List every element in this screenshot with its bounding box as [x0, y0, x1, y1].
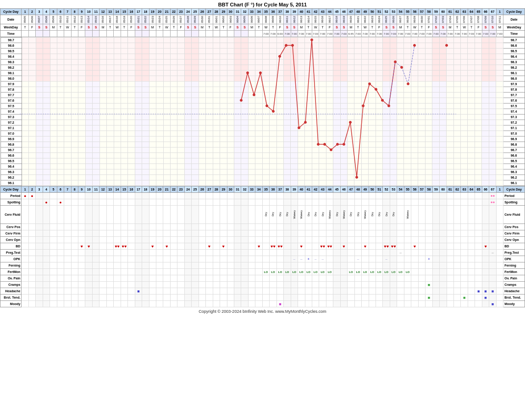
data-row-moody: Moody■■Moody [0, 301, 525, 307]
chart-container: BBT Chart (F °) for Cycle May 5, 2011 Cy… [0, 0, 525, 316]
temp-row: 96.996.9 [0, 136, 525, 142]
data-row-cerv-firm: Cerv FirmCerv Firm [0, 230, 525, 237]
data-row-preg.test: Preg.Test––Preg.Test [0, 250, 525, 256]
data-row-opk: OPK––+––––+OPK [0, 256, 525, 262]
data-row-period: Period●●●●Period [0, 193, 525, 199]
temp-row: 98.498.4 [0, 54, 525, 60]
temp-row: 98.298.2 [0, 65, 525, 71]
data-row-bd: BD♥♥♥♥♥♥♥♥♥♥♥♥♥♥♥♥♥♥♥♥♥♥♥♥♥♥♥♥BD [0, 243, 525, 250]
data-row-headache: Headache■■■■Headache [0, 288, 525, 295]
temp-row: 96.296.2 [0, 175, 525, 180]
time-row: Time7:007:006:007:007:007:007:007:007:00… [0, 31, 525, 37]
bbt-table: Cycle Day1234567891011121314151617181920… [0, 8, 525, 307]
temp-row: 98.698.6 [0, 43, 525, 49]
footer: Copyright © 2003-2024 bInfinity Web Inc.… [0, 307, 525, 316]
temp-row: 97.797.7 [0, 93, 525, 98]
data-row-cerv-pos: Cerv PosCerv Pos [0, 224, 525, 230]
temp-row: 97.697.6 [0, 98, 525, 104]
data-row-cerv-fluid: Cerv FluidDryDryDryDryWateryWateryDryDry… [0, 206, 525, 224]
data-row-brst.-tend.: Brst. Tend.■■■Brst. Tend. [0, 295, 525, 301]
temp-row: 98.198.1 [0, 71, 525, 76]
temp-row: 97.397.3 [0, 115, 525, 120]
cycle-day-header-row: Cycle Day1234567891011121314151617181920… [0, 9, 525, 15]
temp-row: 96.696.6 [0, 153, 525, 158]
temp-row: 97.497.4 [0, 109, 525, 115]
chart-title: BBT Chart (F °) for Cycle May 5, 2011 [0, 0, 525, 8]
temp-row: 96.896.8 [0, 142, 525, 147]
temp-row: 97.297.2 [0, 120, 525, 125]
temp-row: 96.196.1 [0, 180, 525, 186]
weekday-row: WeekDayTFSSMTWTFSSMTWTFSSMTWTFSSMTWTFSSM… [0, 24, 525, 31]
temp-row: 98.398.3 [0, 60, 525, 65]
data-row-fertmon: FertMonLOLOLOLOLOLOLOLOLOLOLOLOLOLOLOLOL… [0, 269, 525, 275]
data-row-cerv-opn: Cerv OpnCerv Opn [0, 237, 525, 243]
temp-row: 97.197.1 [0, 125, 525, 131]
temp-row: 98.598.5 [0, 49, 525, 54]
temp-row: 97.097.0 [0, 131, 525, 136]
temp-row: 97.897.8 [0, 87, 525, 93]
data-row-spotting: Spotting●●●●Spotting [0, 199, 525, 206]
data-row-cramps: Cramps■Cramps [0, 282, 525, 288]
temp-row: 96.496.4 [0, 164, 525, 169]
temp-row: 96.796.7 [0, 147, 525, 153]
temp-row: 98.798.7 [0, 38, 525, 43]
cycle-day-bottom-row: Cycle Day1234567891011121314151617181920… [0, 186, 525, 193]
data-row-ov.-pain: Ov. PainOv. Pain [0, 275, 525, 282]
date-row: Date05/0505/0605/0705/0805/0905/1005/110… [0, 15, 525, 24]
temp-chart-area: 98.798.798.698.698.598.598.498.498.398.3… [0, 37, 525, 186]
data-row-ferning: FerningFerning [0, 262, 525, 269]
temp-row: 97.997.9 [0, 82, 525, 87]
temp-row: 96.396.3 [0, 169, 525, 175]
temp-row: 98.098.0 [0, 76, 525, 82]
temp-row: 97.597.5 [0, 104, 525, 109]
temp-row: 96.596.5 [0, 158, 525, 164]
